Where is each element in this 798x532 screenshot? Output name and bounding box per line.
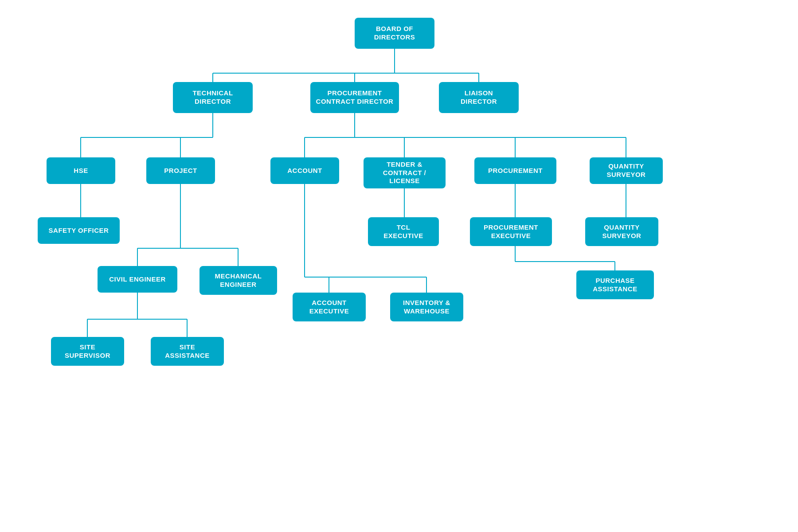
procurement-executive: PROCUREMENTEXECUTIVE: [470, 217, 552, 246]
project: PROJECT: [146, 157, 215, 184]
technical-director: TECHNICALDIRECTOR: [173, 82, 253, 113]
tcl-executive: TCLEXECUTIVE: [368, 217, 439, 246]
procurement-contract-director: PROCUREMENTCONTRACT DIRECTOR: [310, 82, 399, 113]
account-executive: ACCOUNTEXECUTIVE: [293, 293, 366, 321]
procurement: PROCUREMENT: [474, 157, 556, 184]
site-supervisor: SITESUPERVISOR: [51, 337, 124, 366]
liaison-director: LIAISONDIRECTOR: [439, 82, 519, 113]
inventory-warehouse: INVENTORY &WAREHOUSE: [390, 293, 463, 321]
hse: HSE: [47, 157, 115, 184]
purchase-assistance: PURCHASEASSISTANCE: [576, 270, 654, 299]
site-assistance: SITEASSISTANCE: [151, 337, 224, 366]
tender-contract-license: TENDER &CONTRACT / LICENSE: [364, 157, 446, 188]
board-of-directors: BOARD OFDIRECTORS: [355, 18, 434, 49]
account: ACCOUNT: [270, 157, 339, 184]
quantity-surveyor-top: QUANTITYSURVEYOR: [590, 157, 663, 184]
civil-engineer: CIVIL ENGINEER: [98, 266, 177, 293]
mechanical-engineer: MECHANICALENGINEER: [200, 266, 277, 295]
safety-officer: SAFETY OFFICER: [38, 217, 120, 244]
org-chart: BOARD OFDIRECTORS TECHNICALDIRECTOR PROC…: [0, 0, 798, 532]
quantity-surveyor-bottom: QUANTITYSURVEYOR: [585, 217, 658, 246]
